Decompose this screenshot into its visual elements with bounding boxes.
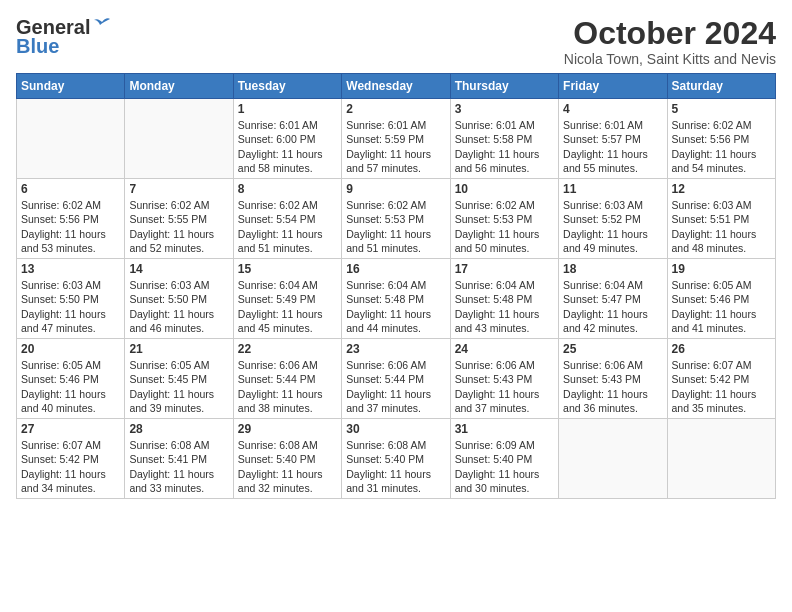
calendar-cell: 17Sunrise: 6:04 AMSunset: 5:48 PMDayligh… <box>450 259 558 339</box>
day-info: Sunrise: 6:03 AMSunset: 5:51 PMDaylight:… <box>672 198 771 255</box>
day-info: Sunrise: 6:07 AMSunset: 5:42 PMDaylight:… <box>672 358 771 415</box>
day-info: Sunrise: 6:01 AMSunset: 5:58 PMDaylight:… <box>455 118 554 175</box>
day-number: 17 <box>455 262 554 276</box>
calendar-cell: 20Sunrise: 6:05 AMSunset: 5:46 PMDayligh… <box>17 339 125 419</box>
day-info: Sunrise: 6:06 AMSunset: 5:43 PMDaylight:… <box>455 358 554 415</box>
calendar-cell: 28Sunrise: 6:08 AMSunset: 5:41 PMDayligh… <box>125 419 233 499</box>
day-number: 6 <box>21 182 120 196</box>
weekday-header: Friday <box>559 74 667 99</box>
day-info: Sunrise: 6:08 AMSunset: 5:41 PMDaylight:… <box>129 438 228 495</box>
calendar-cell <box>559 419 667 499</box>
calendar-header-row: SundayMondayTuesdayWednesdayThursdayFrid… <box>17 74 776 99</box>
day-info: Sunrise: 6:02 AMSunset: 5:56 PMDaylight:… <box>21 198 120 255</box>
weekday-header: Thursday <box>450 74 558 99</box>
logo-bird-icon <box>92 17 114 35</box>
logo: General Blue <box>16 16 114 58</box>
day-number: 28 <box>129 422 228 436</box>
day-number: 4 <box>563 102 662 116</box>
calendar-week-row: 27Sunrise: 6:07 AMSunset: 5:42 PMDayligh… <box>17 419 776 499</box>
day-info: Sunrise: 6:02 AMSunset: 5:53 PMDaylight:… <box>455 198 554 255</box>
day-number: 25 <box>563 342 662 356</box>
day-number: 1 <box>238 102 337 116</box>
calendar-cell: 1Sunrise: 6:01 AMSunset: 6:00 PMDaylight… <box>233 99 341 179</box>
day-info: Sunrise: 6:08 AMSunset: 5:40 PMDaylight:… <box>238 438 337 495</box>
day-info: Sunrise: 6:04 AMSunset: 5:48 PMDaylight:… <box>346 278 445 335</box>
day-number: 19 <box>672 262 771 276</box>
day-number: 3 <box>455 102 554 116</box>
day-info: Sunrise: 6:08 AMSunset: 5:40 PMDaylight:… <box>346 438 445 495</box>
calendar-cell: 10Sunrise: 6:02 AMSunset: 5:53 PMDayligh… <box>450 179 558 259</box>
title-block: October 2024 Nicola Town, Saint Kitts an… <box>564 16 776 67</box>
calendar-cell: 25Sunrise: 6:06 AMSunset: 5:43 PMDayligh… <box>559 339 667 419</box>
calendar-cell <box>667 419 775 499</box>
calendar-cell: 4Sunrise: 6:01 AMSunset: 5:57 PMDaylight… <box>559 99 667 179</box>
calendar-cell: 14Sunrise: 6:03 AMSunset: 5:50 PMDayligh… <box>125 259 233 339</box>
day-info: Sunrise: 6:03 AMSunset: 5:50 PMDaylight:… <box>21 278 120 335</box>
day-info: Sunrise: 6:03 AMSunset: 5:52 PMDaylight:… <box>563 198 662 255</box>
calendar-cell: 3Sunrise: 6:01 AMSunset: 5:58 PMDaylight… <box>450 99 558 179</box>
calendar-cell: 23Sunrise: 6:06 AMSunset: 5:44 PMDayligh… <box>342 339 450 419</box>
calendar-cell: 15Sunrise: 6:04 AMSunset: 5:49 PMDayligh… <box>233 259 341 339</box>
day-number: 31 <box>455 422 554 436</box>
day-info: Sunrise: 6:02 AMSunset: 5:56 PMDaylight:… <box>672 118 771 175</box>
calendar-week-row: 1Sunrise: 6:01 AMSunset: 6:00 PMDaylight… <box>17 99 776 179</box>
weekday-header: Monday <box>125 74 233 99</box>
page-header: General Blue October 2024 Nicola Town, S… <box>16 16 776 67</box>
day-number: 20 <box>21 342 120 356</box>
weekday-header: Wednesday <box>342 74 450 99</box>
calendar-cell: 7Sunrise: 6:02 AMSunset: 5:55 PMDaylight… <box>125 179 233 259</box>
logo-blue: Blue <box>16 35 59 58</box>
calendar-cell: 24Sunrise: 6:06 AMSunset: 5:43 PMDayligh… <box>450 339 558 419</box>
weekday-header: Sunday <box>17 74 125 99</box>
calendar-cell: 12Sunrise: 6:03 AMSunset: 5:51 PMDayligh… <box>667 179 775 259</box>
day-info: Sunrise: 6:02 AMSunset: 5:53 PMDaylight:… <box>346 198 445 255</box>
day-info: Sunrise: 6:04 AMSunset: 5:48 PMDaylight:… <box>455 278 554 335</box>
location-subtitle: Nicola Town, Saint Kitts and Nevis <box>564 51 776 67</box>
day-info: Sunrise: 6:02 AMSunset: 5:55 PMDaylight:… <box>129 198 228 255</box>
calendar-cell: 18Sunrise: 6:04 AMSunset: 5:47 PMDayligh… <box>559 259 667 339</box>
calendar-week-row: 20Sunrise: 6:05 AMSunset: 5:46 PMDayligh… <box>17 339 776 419</box>
day-number: 23 <box>346 342 445 356</box>
calendar-table: SundayMondayTuesdayWednesdayThursdayFrid… <box>16 73 776 499</box>
day-info: Sunrise: 6:05 AMSunset: 5:45 PMDaylight:… <box>129 358 228 415</box>
calendar-cell: 11Sunrise: 6:03 AMSunset: 5:52 PMDayligh… <box>559 179 667 259</box>
calendar-cell: 31Sunrise: 6:09 AMSunset: 5:40 PMDayligh… <box>450 419 558 499</box>
day-number: 5 <box>672 102 771 116</box>
day-info: Sunrise: 6:04 AMSunset: 5:47 PMDaylight:… <box>563 278 662 335</box>
day-number: 18 <box>563 262 662 276</box>
day-number: 30 <box>346 422 445 436</box>
day-number: 21 <box>129 342 228 356</box>
day-number: 16 <box>346 262 445 276</box>
calendar-cell: 16Sunrise: 6:04 AMSunset: 5:48 PMDayligh… <box>342 259 450 339</box>
day-info: Sunrise: 6:04 AMSunset: 5:49 PMDaylight:… <box>238 278 337 335</box>
weekday-header: Saturday <box>667 74 775 99</box>
day-info: Sunrise: 6:05 AMSunset: 5:46 PMDaylight:… <box>21 358 120 415</box>
day-info: Sunrise: 6:06 AMSunset: 5:44 PMDaylight:… <box>346 358 445 415</box>
day-number: 13 <box>21 262 120 276</box>
day-number: 24 <box>455 342 554 356</box>
calendar-cell: 2Sunrise: 6:01 AMSunset: 5:59 PMDaylight… <box>342 99 450 179</box>
calendar-cell: 29Sunrise: 6:08 AMSunset: 5:40 PMDayligh… <box>233 419 341 499</box>
calendar-cell: 13Sunrise: 6:03 AMSunset: 5:50 PMDayligh… <box>17 259 125 339</box>
day-number: 9 <box>346 182 445 196</box>
day-number: 8 <box>238 182 337 196</box>
day-number: 14 <box>129 262 228 276</box>
calendar-cell: 19Sunrise: 6:05 AMSunset: 5:46 PMDayligh… <box>667 259 775 339</box>
calendar-cell <box>125 99 233 179</box>
day-number: 10 <box>455 182 554 196</box>
day-number: 7 <box>129 182 228 196</box>
day-info: Sunrise: 6:06 AMSunset: 5:43 PMDaylight:… <box>563 358 662 415</box>
calendar-cell <box>17 99 125 179</box>
day-number: 22 <box>238 342 337 356</box>
day-info: Sunrise: 6:01 AMSunset: 5:57 PMDaylight:… <box>563 118 662 175</box>
calendar-cell: 5Sunrise: 6:02 AMSunset: 5:56 PMDaylight… <box>667 99 775 179</box>
day-number: 15 <box>238 262 337 276</box>
day-number: 27 <box>21 422 120 436</box>
day-info: Sunrise: 6:03 AMSunset: 5:50 PMDaylight:… <box>129 278 228 335</box>
calendar-cell: 21Sunrise: 6:05 AMSunset: 5:45 PMDayligh… <box>125 339 233 419</box>
calendar-cell: 26Sunrise: 6:07 AMSunset: 5:42 PMDayligh… <box>667 339 775 419</box>
calendar-cell: 27Sunrise: 6:07 AMSunset: 5:42 PMDayligh… <box>17 419 125 499</box>
day-info: Sunrise: 6:05 AMSunset: 5:46 PMDaylight:… <box>672 278 771 335</box>
day-info: Sunrise: 6:02 AMSunset: 5:54 PMDaylight:… <box>238 198 337 255</box>
day-number: 11 <box>563 182 662 196</box>
